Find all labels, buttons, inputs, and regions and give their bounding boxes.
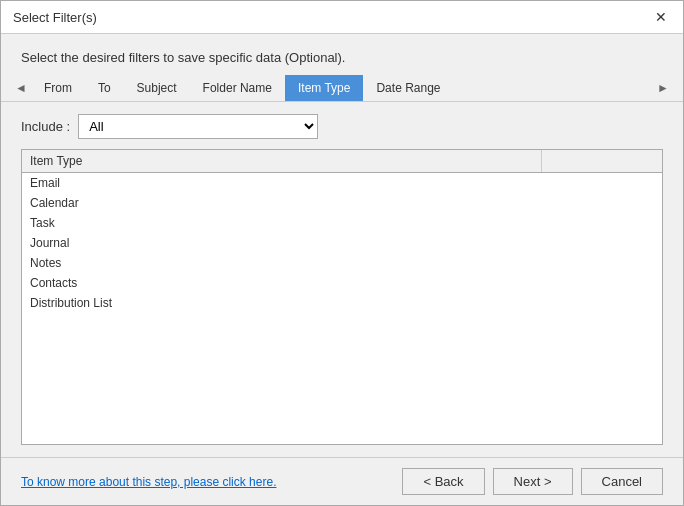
include-row: Include : All Email Calendar Task Journa…	[21, 114, 663, 139]
select-filters-dialog: Select Filter(s) ✕ Select the desired fi…	[0, 0, 684, 506]
list-item[interactable]: Email	[22, 173, 662, 193]
list-item[interactable]: Notes	[22, 253, 662, 273]
next-button[interactable]: Next >	[493, 468, 573, 495]
tab-right-arrow[interactable]: ►	[653, 79, 673, 97]
content-area: Include : All Email Calendar Task Journa…	[1, 102, 683, 457]
tab-item-type[interactable]: Item Type	[285, 75, 363, 101]
description-label: Select the desired filters to save speci…	[21, 50, 345, 65]
tabs-container: ◄ From To Subject Folder Name Item Type …	[1, 75, 683, 102]
tab-left-arrow[interactable]: ◄	[11, 79, 31, 97]
cancel-button[interactable]: Cancel	[581, 468, 663, 495]
close-button[interactable]: ✕	[651, 9, 671, 25]
help-link[interactable]: To know more about this step, please cli…	[21, 475, 276, 489]
tab-date-range[interactable]: Date Range	[363, 75, 453, 101]
include-label: Include :	[21, 119, 70, 134]
list-header: Item Type	[22, 150, 662, 173]
list-item[interactable]: Calendar	[22, 193, 662, 213]
list-header-item-type: Item Type	[22, 150, 542, 172]
tab-folder-name[interactable]: Folder Name	[190, 75, 285, 101]
tab-from[interactable]: From	[31, 75, 85, 101]
list-item[interactable]: Journal	[22, 233, 662, 253]
description-text: Select the desired filters to save speci…	[1, 34, 683, 75]
item-type-list: Item Type Email Calendar Task Journal No…	[21, 149, 663, 445]
footer: To know more about this step, please cli…	[1, 457, 683, 505]
back-button[interactable]: < Back	[402, 468, 484, 495]
tab-subject[interactable]: Subject	[124, 75, 190, 101]
title-bar: Select Filter(s) ✕	[1, 1, 683, 34]
list-item[interactable]: Task	[22, 213, 662, 233]
tabs-list: From To Subject Folder Name Item Type Da…	[31, 75, 653, 101]
tab-to[interactable]: To	[85, 75, 124, 101]
dialog-title: Select Filter(s)	[13, 10, 97, 25]
include-select[interactable]: All Email Calendar Task Journal Notes Co…	[78, 114, 318, 139]
list-item[interactable]: Distribution List	[22, 293, 662, 313]
footer-buttons: < Back Next > Cancel	[402, 468, 663, 495]
list-item[interactable]: Contacts	[22, 273, 662, 293]
list-header-col2	[542, 150, 662, 172]
